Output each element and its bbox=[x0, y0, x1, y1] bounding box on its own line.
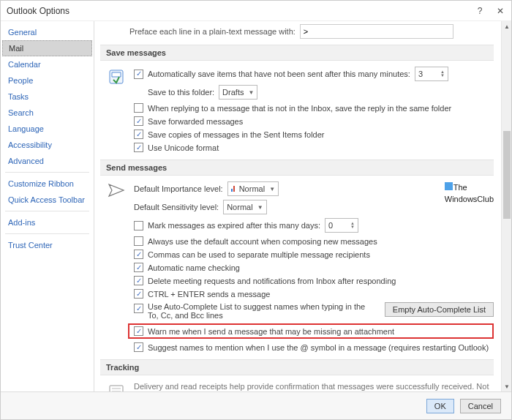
autosave-minutes-input[interactable]: 3 ▲▼ bbox=[415, 67, 448, 81]
scroll-thumb[interactable] bbox=[503, 131, 511, 219]
cancel-button[interactable]: Cancel bbox=[460, 399, 501, 413]
expire-label: Mark messages as expired after this many… bbox=[148, 221, 320, 230]
save-section-icon bbox=[106, 67, 127, 152]
content-scroll: Preface each line in a plain-text messag… bbox=[94, 21, 501, 391]
save-unicode-label: Use Unicode format bbox=[148, 143, 219, 152]
nav-accessibility[interactable]: Accessibility bbox=[1, 137, 94, 153]
nav-mail[interactable]: Mail bbox=[2, 40, 92, 56]
vertical-scrollbar[interactable]: ▲ ▼ bbox=[501, 21, 511, 391]
auto-name-checkbox[interactable] bbox=[134, 263, 143, 272]
commas-label: Commas can be used to separate multiple … bbox=[148, 250, 370, 259]
autosave-checkbox[interactable] bbox=[134, 70, 143, 79]
delete-meeting-checkbox[interactable] bbox=[134, 276, 143, 285]
scroll-down-icon[interactable]: ▼ bbox=[502, 381, 511, 391]
section-body-send: Default Importance level: Normal ▼ Defau… bbox=[100, 176, 494, 359]
importance-dropdown[interactable]: Normal ▼ bbox=[227, 181, 279, 196]
section-head-tracking: Tracking bbox=[100, 359, 494, 375]
tracking-description: Delivery and read receipts help provide … bbox=[134, 381, 494, 391]
ok-button[interactable]: OK bbox=[426, 399, 454, 413]
save-folder-label: Save to this folder: bbox=[148, 88, 214, 97]
preface-input[interactable] bbox=[300, 24, 453, 39]
sidebar-separator bbox=[5, 211, 89, 211]
help-icon[interactable]: ? bbox=[475, 6, 485, 16]
save-fwd-label: Save forwarded messages bbox=[148, 117, 243, 126]
tracking-section-icon bbox=[106, 381, 127, 391]
save-folder-row: Save to this folder: Drafts ▼ bbox=[134, 85, 494, 100]
save-sent-checkbox[interactable] bbox=[134, 130, 143, 139]
save-fwd-checkbox[interactable] bbox=[134, 116, 143, 126]
spinner-icon[interactable]: ▲▼ bbox=[440, 70, 445, 78]
warn-attachment-highlight: Warn me when I send a message that may b… bbox=[128, 323, 494, 339]
nav-language[interactable]: Language bbox=[1, 121, 94, 137]
scroll-up-icon[interactable]: ▲ bbox=[502, 21, 511, 31]
save-reply-label: When replying to a message that is not i… bbox=[148, 104, 451, 113]
auto-name-label: Automatic name checking bbox=[148, 263, 240, 272]
section-head-send: Send messages bbox=[100, 160, 494, 176]
close-icon[interactable]: ✕ bbox=[495, 6, 505, 16]
warn-attachment-checkbox[interactable] bbox=[134, 326, 143, 336]
importance-label: Default Importance level: bbox=[134, 184, 223, 193]
window-title: Outlook Options bbox=[7, 6, 69, 16]
category-sidebar: General Mail Calendar People Tasks Searc… bbox=[1, 21, 94, 391]
save-reply-checkbox[interactable] bbox=[134, 103, 143, 113]
outlook-options-window: Outlook Options ? ✕ General Mail Calenda… bbox=[0, 0, 512, 420]
sidebar-separator bbox=[5, 233, 89, 234]
nav-calendar[interactable]: Calendar bbox=[1, 56, 94, 72]
autosave-row: Automatically save items that have not b… bbox=[134, 67, 494, 81]
ctrl-enter-checkbox[interactable] bbox=[134, 289, 143, 299]
expire-checkbox[interactable] bbox=[134, 221, 143, 230]
nav-trust-center[interactable]: Trust Center bbox=[1, 237, 94, 253]
chevron-down-icon: ▼ bbox=[248, 89, 254, 96]
nav-addins[interactable]: Add-ins bbox=[1, 214, 94, 230]
nav-tasks[interactable]: Tasks bbox=[1, 89, 94, 105]
preface-row: Preface each line in a plain-text messag… bbox=[100, 21, 494, 45]
section-body-tracking: Delivery and read receipts help provide … bbox=[100, 375, 494, 391]
dialog-body: General Mail Calendar People Tasks Searc… bbox=[1, 21, 511, 391]
suggest-names-label: Suggest names to mention when I use the … bbox=[148, 343, 489, 352]
save-unicode-checkbox[interactable] bbox=[134, 143, 143, 152]
nav-search[interactable]: Search bbox=[1, 105, 94, 121]
save-sent-label: Save copies of messages in the Sent Item… bbox=[148, 130, 325, 139]
default-account-checkbox[interactable] bbox=[134, 236, 143, 246]
save-folder-dropdown[interactable]: Drafts ▼ bbox=[219, 85, 257, 100]
warn-attachment-label: Warn me when I send a message that may b… bbox=[148, 327, 394, 336]
nav-customize-ribbon[interactable]: Customize Ribbon bbox=[1, 176, 94, 192]
window-controls: ? ✕ bbox=[475, 6, 505, 16]
delete-meeting-label: Delete meeting requests and notification… bbox=[148, 277, 396, 285]
auto-complete-label: Use Auto-Complete List to suggest names … bbox=[148, 302, 367, 320]
importance-icon bbox=[231, 186, 235, 192]
section-body-save: Automatically save items that have not b… bbox=[100, 61, 494, 160]
send-section-icon bbox=[106, 181, 127, 352]
content-pane: Preface each line in a plain-text messag… bbox=[94, 21, 511, 391]
section-head-save: Save messages bbox=[100, 45, 494, 61]
suggest-names-checkbox[interactable] bbox=[134, 342, 143, 352]
default-account-label: Always use the default account when comp… bbox=[148, 237, 377, 246]
importance-row: Default Importance level: Normal ▼ bbox=[134, 181, 494, 196]
expire-days-input[interactable]: 0 ▲▼ bbox=[325, 218, 358, 233]
chevron-down-icon: ▼ bbox=[269, 186, 275, 192]
autosave-label: Automatically save items that have not b… bbox=[148, 70, 410, 78]
commas-checkbox[interactable] bbox=[134, 250, 143, 259]
preface-label: Preface each line in a plain-text messag… bbox=[129, 27, 295, 36]
nav-advanced[interactable]: Advanced bbox=[1, 153, 94, 169]
auto-complete-checkbox[interactable] bbox=[134, 304, 143, 313]
nav-people[interactable]: People bbox=[1, 72, 94, 89]
titlebar: Outlook Options ? ✕ bbox=[1, 1, 511, 21]
empty-auto-complete-button[interactable]: Empty Auto-Complete List bbox=[385, 302, 494, 317]
nav-general[interactable]: General bbox=[1, 24, 94, 40]
spinner-icon[interactable]: ▲▼ bbox=[350, 222, 355, 229]
chevron-down-icon: ▼ bbox=[257, 204, 263, 211]
nav-quick-access[interactable]: Quick Access Toolbar bbox=[1, 192, 94, 208]
dialog-footer: OK Cancel bbox=[1, 391, 511, 419]
sensitivity-row: Default Sensitivity level: Normal ▼ bbox=[134, 200, 494, 214]
sensitivity-dropdown[interactable]: Normal ▼ bbox=[223, 200, 266, 214]
ctrl-enter-label: CTRL + ENTER sends a message bbox=[148, 290, 270, 299]
sidebar-separator bbox=[5, 172, 89, 173]
sensitivity-label: Default Sensitivity level: bbox=[134, 203, 219, 211]
